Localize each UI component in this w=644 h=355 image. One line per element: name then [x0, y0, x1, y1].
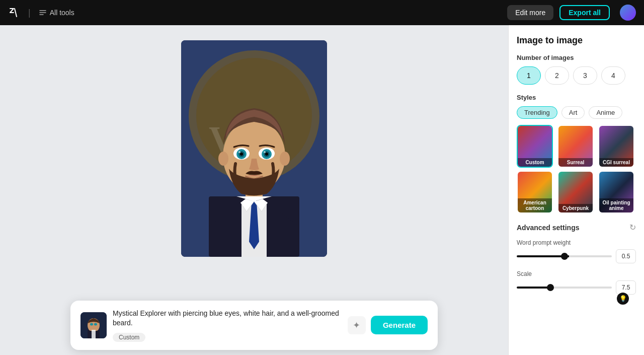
styles-label: Styles	[517, 94, 636, 101]
style-label-custom: Custom	[518, 158, 552, 167]
svg-rect-25	[92, 330, 96, 338]
magic-button[interactable]: ✦	[348, 316, 366, 334]
panel-title: Image to image	[517, 35, 636, 46]
magic-icon: ✦	[353, 320, 360, 331]
style-label-cyberpunk: Cyberpunk	[558, 204, 593, 212]
svg-point-10	[280, 152, 290, 166]
all-tools-label: All tools	[50, 9, 74, 17]
style-label-surreal: Surreal	[558, 158, 593, 167]
prompt-avatar	[80, 312, 107, 338]
style-label-american-cartoon: American cartoon	[518, 198, 552, 212]
tab-art[interactable]: Art	[561, 106, 585, 119]
prompt-tag: Custom	[113, 333, 145, 342]
word-prompt-weight-row: 0.5	[517, 249, 636, 263]
svg-point-23	[90, 323, 93, 325]
style-tabs: Trending Art Anime	[517, 106, 636, 119]
svg-point-24	[94, 323, 97, 325]
edit-more-button[interactable]: Edit more	[507, 5, 553, 20]
tab-trending[interactable]: Trending	[517, 106, 557, 119]
advanced-settings-header: Advanced settings ↻	[517, 223, 636, 232]
main-layout: VEL	[0, 25, 644, 355]
style-label-oil-painting-anime: Oil painting anime	[599, 198, 633, 212]
svg-point-9	[218, 152, 228, 166]
num-btn-1[interactable]: 1	[517, 66, 541, 85]
svg-point-19	[265, 153, 268, 156]
word-prompt-weight-slider[interactable]	[517, 255, 612, 257]
advanced-settings-title: Advanced settings	[517, 224, 579, 232]
all-tools-button[interactable]: All tools	[39, 9, 74, 17]
style-card-custom[interactable]: Custom	[517, 125, 553, 168]
scale-row: 7.5	[517, 280, 636, 295]
word-prompt-weight-label: Word prompt weight	[517, 239, 636, 246]
right-panel: Image to image Number of images 1 2 3 4 …	[508, 25, 644, 355]
generated-image: VEL	[181, 40, 327, 257]
word-prompt-weight-value: 0.5	[616, 249, 636, 263]
num-btn-2[interactable]: 2	[545, 66, 569, 85]
num-images-grid: 1 2 3 4	[517, 66, 636, 85]
style-card-cyberpunk[interactable]: Cyberpunk	[557, 171, 594, 214]
hint-icon[interactable]: 💡	[617, 293, 629, 305]
topbar-separator: |	[28, 8, 31, 18]
export-all-button[interactable]: Export all	[559, 5, 610, 20]
topbar: | All tools Edit more Export all	[0, 0, 644, 25]
num-btn-3[interactable]: 3	[573, 66, 597, 85]
generate-button[interactable]: Generate	[371, 316, 428, 334]
svg-point-15	[238, 151, 240, 153]
scale-value: 7.5	[616, 280, 636, 295]
tab-anime[interactable]: Anime	[589, 106, 622, 119]
style-label-cgi-surreal: CGI surreal	[599, 158, 633, 167]
canvas-area: VEL	[0, 25, 508, 355]
style-grid: Custom Surreal CGI surreal American cart…	[517, 125, 636, 214]
prompt-actions: ✦ Generate	[348, 316, 428, 334]
prompt-content: Mystical Explorer with piercing blue eye…	[113, 309, 342, 342]
refresh-icon[interactable]: ↻	[629, 223, 636, 232]
logo[interactable]	[8, 7, 20, 19]
style-card-oil-painting-anime[interactable]: Oil painting anime	[598, 171, 634, 214]
prompt-text: Mystical Explorer with piercing blue eye…	[113, 309, 342, 328]
style-card-cgi-surreal[interactable]: CGI surreal	[598, 125, 634, 168]
scale-slider[interactable]	[517, 287, 612, 289]
num-btn-4[interactable]: 4	[601, 66, 625, 85]
style-card-american-cartoon[interactable]: American cartoon	[517, 171, 553, 214]
svg-point-20	[264, 151, 266, 153]
svg-point-14	[240, 153, 243, 156]
num-images-label: Number of images	[517, 54, 636, 61]
avatar[interactable]	[620, 5, 636, 21]
style-card-surreal[interactable]: Surreal	[557, 125, 594, 168]
scale-label: Scale	[517, 270, 636, 277]
prompt-box: Mystical Explorer with piercing blue eye…	[70, 301, 438, 350]
